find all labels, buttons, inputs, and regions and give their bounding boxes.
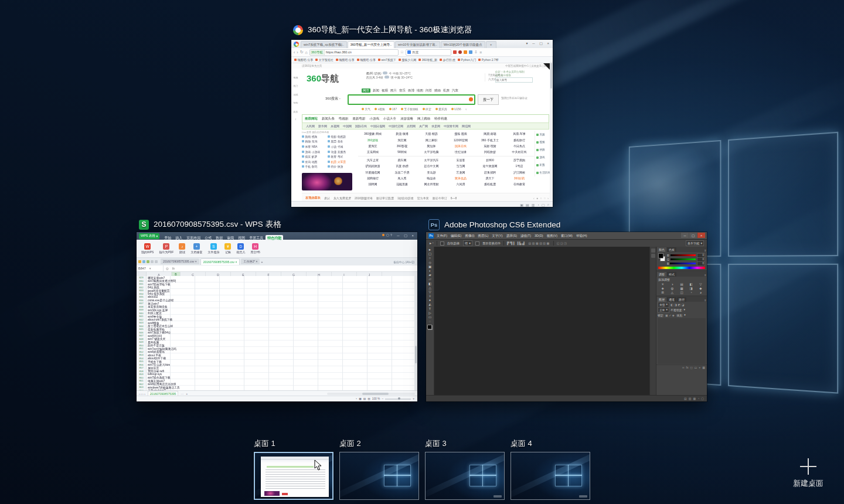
quick-link: 爱买房 [435, 107, 447, 111]
category-icon [302, 145, 304, 148]
left-category-link: 电影·电视剧 [328, 134, 352, 139]
site-link: 亚马逊 [417, 169, 446, 175]
new-desktop-button[interactable]: 新建桌面 [793, 458, 823, 489]
desktop-3-thumbnail[interactable] [425, 452, 505, 500]
foreground-color-swatch [427, 325, 432, 329]
properties-panel-icon [651, 254, 655, 258]
wps-statusbar: ◔ ▦ ▤ ▥ 100 % − + [137, 396, 417, 401]
wps-window-thumbnail[interactable]: WPS 表格 ▾ 开始插入页面布局公式数据审阅视图开发工具特色功能 ▢ ？ ─ … [137, 232, 417, 401]
site-link: 赶集招聘 [475, 169, 505, 175]
site-link: 携程旅行 [505, 137, 534, 142]
wps-ribbon-tab: 开发工具 [247, 235, 265, 241]
wps-ribbon-tab: 插入 [173, 235, 184, 241]
adjustment-icon: ◨ [687, 287, 696, 290]
wps-ribbon-tab: 开始 [162, 235, 173, 241]
adjustments-panel: 调整 样式 ≡ 添加调整 ☀◑▤◧▽◈◍▦◨◆⊞◬◫◔◕ [656, 271, 707, 295]
news-site-link: 光明网 [407, 124, 416, 128]
category-icon [328, 165, 330, 168]
tool-icon: ▽ [428, 290, 431, 294]
ps-panel-column: 颜色 色板 ≡ R0 G0 B0 [656, 247, 707, 396]
left-category-link: 手机·数码 [302, 165, 326, 169]
category-tab: 网上购物 [417, 117, 430, 121]
wps-ribbon-tab: 审阅 [225, 235, 236, 241]
panel-menu-icon: ≡ [705, 248, 706, 252]
photoshop-window-thumbnail[interactable]: Ps 文件(F)编辑(E)图像(I)图层(L)文字(Y)选择(S)滤镜(T)3D… [426, 232, 707, 401]
b-value: 0 [697, 261, 705, 266]
site-link: 折800 [475, 157, 505, 163]
ribbon-button-icon: D [237, 243, 244, 250]
browser-page-hao360: 设360导航为主页 中国互联网举报中心 | 反馈意见 | 换肤 视频 热门 [291, 63, 553, 201]
view-icon: ▦ [359, 397, 362, 400]
news-site-link: 央广网 [419, 124, 428, 128]
bookmark-favicon [336, 59, 338, 61]
wps-ribbon-button: S 文件瘦身 [207, 243, 219, 254]
bookmark-favicon [478, 59, 481, 61]
back-icon: ‹ [294, 50, 295, 55]
wps-ribbon: W 我的WPS P 输出为PDF ♪ 朗读 + 文档修复 [137, 240, 417, 258]
quick-link: U156 [451, 107, 461, 111]
browser-tab: 360导航_新一代安全上网导.. [348, 41, 394, 48]
left-category-link: 新闻·视频 [302, 134, 326, 139]
desktop-4-thumbnail[interactable] [511, 452, 590, 500]
status-icon: ▢ [542, 203, 545, 207]
ribbon-button-icon: ♪ [179, 243, 185, 250]
photoshop-icon: Ps [428, 219, 440, 230]
fx-label: fx [172, 267, 175, 270]
redo-icon [155, 260, 158, 263]
left-category-link: 特价·旅游 [328, 165, 352, 169]
site-link: 凤凰·军事 [505, 131, 534, 137]
right-shortcut-column: 直播视频棋牌游戏彩票生活百科 [535, 131, 552, 176]
tool-icon: ► [428, 248, 431, 251]
new-doc-tab: + [261, 260, 263, 264]
wps-ribbon-button: H 秀堂H5 [250, 243, 260, 254]
category-tab: 旅游攻略 [400, 117, 413, 121]
tool-icon: ▰ [428, 273, 431, 277]
news-site-link: 中国青年网 [444, 124, 458, 128]
page-topbar: 设360导航为主页 中国互联网举报中心 | 反馈意见 | 换肤 [291, 63, 553, 69]
auto-select-checkbox [440, 241, 444, 246]
search-promo-text: 预测世界杯连日赚彩金 [501, 97, 528, 100]
category-icon [328, 135, 330, 138]
page-scrollbar [550, 62, 553, 200]
left-category-link: 机票·火车票 [328, 159, 352, 164]
wps-ribbon-tab: 页面布局 [185, 235, 202, 241]
site-link: 1号店 [505, 163, 534, 169]
bookmark-favicon [315, 59, 318, 61]
download-icon: ⇩ [474, 50, 478, 55]
news-sites-row: 人民网新华网央视网中国网国际在线中国日报网中国经济网光明网央广网求是网中国青年网… [302, 122, 549, 130]
site-links-grid: 360搜索·商城新浪·微博天猫·精选搜狐·视频网易·邮箱凤凰·军事360游戏淘宝… [358, 131, 534, 188]
login-box: 你好！各省会员部分福利 请登录后领取 [495, 70, 547, 83]
site-link: 东财·理财 [475, 143, 505, 149]
wps-ribbon-button: ♪ 朗读 [179, 243, 185, 254]
desktop-2-thumbnail[interactable] [339, 452, 419, 500]
cloud-icon [383, 71, 387, 74]
category-tab: 电视剧 [339, 117, 349, 121]
adjustment-icon: ◫ [677, 291, 686, 294]
game-ad-banner [302, 173, 352, 190]
browser-window-thumbnail[interactable]: win7系统下载_xp系统下载|..360导航_新一代安全上网导..win10专… [291, 40, 553, 207]
discover-link: 6—8 [451, 196, 457, 200]
discover-link: 永久免费退货 [333, 196, 351, 200]
ps-titlebar: Ps 文件(F)编辑(E)图像(I)图层(L)文字(Y)选择(S)滤镜(T)3D… [426, 232, 707, 240]
discover-link: 验证审订股票 [376, 196, 394, 200]
category-tab: 小游戏 [370, 117, 380, 121]
search-tab: 新闻 [373, 88, 379, 93]
menu-icon: ≡ [479, 50, 482, 55]
tab-adjustments: 调整 [657, 272, 666, 277]
shortcut-icon [536, 164, 539, 166]
search-tab: 微博 [408, 88, 414, 93]
ribbon-button-icon: P [163, 243, 169, 250]
ps-statusbar: ▤▥▦◔▢ [426, 395, 707, 401]
search-tab: 购物 [434, 88, 441, 93]
adjustment-icon: ◧ [687, 282, 696, 286]
bookmark-favicon [458, 59, 460, 61]
zoom-out-icon: − [382, 397, 383, 400]
backup-hint: 备份中心 (Alt+Q) [393, 260, 414, 264]
bookmark-item: 搜狐少儿网 [399, 58, 417, 62]
tool-icon: T [429, 307, 431, 311]
site-link: 当当网 [446, 163, 475, 169]
left-category-link: 动漫·直播秀 [328, 149, 352, 154]
site-link: 国美在线 [446, 143, 475, 149]
home-icon: ⌂ [305, 50, 308, 55]
ribbon-button-icon: + [193, 243, 200, 250]
